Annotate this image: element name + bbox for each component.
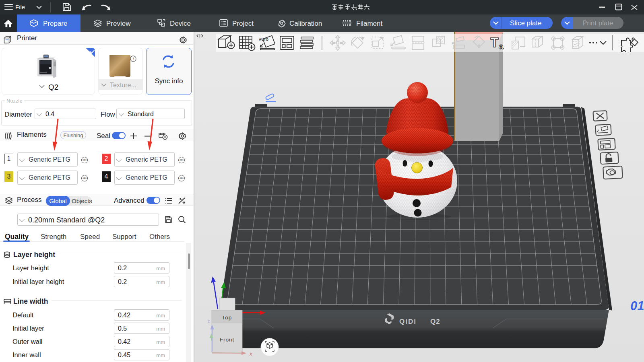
svg-text:Prepare: Prepare (43, 20, 67, 27)
svg-text:Q2: Q2 (430, 318, 440, 325)
svg-text:z: z (208, 319, 210, 323)
svg-text:i: i (133, 57, 134, 61)
svg-text:Front: Front (220, 337, 235, 343)
svg-text:Preview: Preview (106, 20, 131, 27)
svg-text:x: x (249, 351, 252, 357)
svg-text:Project: Project (232, 20, 254, 27)
svg-text:File: File (15, 4, 25, 10)
svg-text:Filament: Filament (356, 20, 382, 27)
svg-text:Top: Top (222, 315, 232, 321)
svg-text:01: 01 (630, 299, 644, 313)
svg-text:QiDi: QiDi (399, 318, 417, 325)
svg-text:Device: Device (170, 20, 191, 27)
svg-text:Calibration: Calibration (289, 20, 322, 27)
svg-text:Q2: Q2 (48, 83, 58, 91)
svg-text:T: T (490, 35, 499, 50)
svg-text:Slice plate: Slice plate (510, 19, 541, 27)
svg-text:Print plate: Print plate (582, 19, 613, 27)
svg-text:a: a (499, 41, 504, 51)
svg-text:Texture...: Texture... (110, 82, 136, 88)
